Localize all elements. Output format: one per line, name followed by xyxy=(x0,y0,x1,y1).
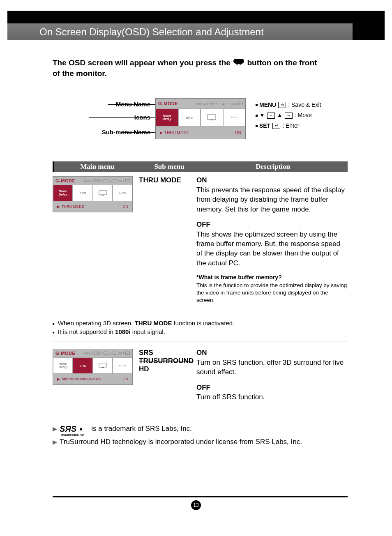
triangle-icon: ▶ xyxy=(53,439,57,445)
col-main-srs: G-MODE MENU⟲▼–▲+SET↵ None Delay SRS AUTO… xyxy=(53,348,139,407)
osd-submenu-row: ▶ THRU MODE ON xyxy=(156,127,245,139)
osd-header: G-MODE MENU⟲ ▼– ▲+ SET↵ xyxy=(156,99,245,108)
osd-submenu-name: THRU MODE xyxy=(164,131,189,135)
thru-on-heading: ON xyxy=(196,176,207,184)
col-sub-srs: SRS TRUSURROUND HD xyxy=(139,348,196,407)
srs-off-h: OFF xyxy=(196,384,210,391)
osd-icon-nonedelay: None Delay xyxy=(156,108,178,127)
notes-list: When operating 3D screen, THRU MODE func… xyxy=(53,320,348,335)
thru-on-body: This prevents the response speed of the … xyxy=(196,186,345,213)
page-number: 13 xyxy=(191,500,201,510)
n1c: function is inactivated. xyxy=(172,320,234,327)
legend-set: SET ↵ : Enter xyxy=(256,121,321,131)
osd-diagram: Menu Name Icons Sub-menu Name G-MODE MEN… xyxy=(53,98,348,139)
srs-lbl3: HD xyxy=(139,365,149,373)
col-main-thru: G-MODE MENU⟲▼–▲+SET↵ None Delay SRS AUTO… xyxy=(53,175,139,310)
srs-icon-nonedelay: None Delay xyxy=(53,357,73,374)
content-area: The OSD screen will appear when you pres… xyxy=(53,58,348,450)
osd-icon-display xyxy=(201,108,223,127)
srs-icon4: AUTO xyxy=(119,364,126,367)
legend-menu: MENU ⟲ : Save & Exit xyxy=(256,100,321,110)
srs-logo-main: SЯS xyxy=(60,424,76,433)
legend: MENU ⟲ : Save & Exit ▼ ← ▲ → : Move SET … xyxy=(256,100,321,131)
mini-gmode: G-MODE xyxy=(55,178,75,183)
legend-move: ▼ ← ▲ → : Move xyxy=(256,110,321,120)
mini-icon4: AUTO xyxy=(119,192,126,194)
svg-rect-0 xyxy=(208,115,216,120)
srs-icon-auto: AUTO xyxy=(113,357,132,374)
label-icons: Icons xyxy=(68,114,150,121)
thru-note-body: This is the function to provide the opti… xyxy=(196,282,347,303)
thru-off-body: This shows the optimized screen by using… xyxy=(196,230,340,267)
n2c: input signal. xyxy=(131,328,165,335)
osd-set-txt: SET xyxy=(231,102,238,106)
row-thru-mode: G-MODE MENU⟲▼–▲+SET↵ None Delay SRS AUTO… xyxy=(53,175,348,310)
osd-icon-auto: AUTO xyxy=(223,108,246,127)
n1b: THRU MODE xyxy=(135,320,172,327)
osd-icon1-txt: None Delay xyxy=(163,114,171,121)
mini-ctrl: MENU⟲▼–▲+SET↵ xyxy=(83,179,130,183)
n2b: 1080i xyxy=(115,328,131,335)
srs-lbl1: SRS xyxy=(139,349,153,357)
note-2: It is not supported in 1080i input signa… xyxy=(53,328,348,335)
row-srs: G-MODE MENU⟲▼–▲+SET↵ None Delay SRS AUTO… xyxy=(53,348,348,407)
srs-icon1: None Delay xyxy=(58,362,67,369)
mini-sub-val: ON xyxy=(123,205,129,209)
footnotes: ▶ SЯS TruSurround HD is a trademark of S… xyxy=(53,424,348,446)
mini-icon1: None Delay xyxy=(58,190,67,196)
mini-menu: MENU xyxy=(83,179,93,183)
osd-gmode-label: G-MODE xyxy=(158,101,178,106)
srs-menu: MENU xyxy=(83,352,93,355)
triangle-icon: ▶ xyxy=(57,205,60,209)
intro-part2: button on the front xyxy=(247,58,317,67)
legend-menu-desc: : Save & Exit xyxy=(288,100,321,110)
page-title: On Screen Display(OSD) Selection and Adj… xyxy=(39,26,264,38)
legend-menu-lbl: MENU xyxy=(259,100,276,110)
footnote-2: ▶ TruSurround HD technology is incorpora… xyxy=(53,438,348,446)
triangle-icon: ▶ xyxy=(53,426,57,432)
right-key-icon: → xyxy=(285,113,293,119)
bullet-icon xyxy=(256,125,258,127)
label-submenu-name: Sub-menu Name xyxy=(68,129,150,136)
srs-off-body: Turn off SRS function. xyxy=(196,393,265,401)
divider xyxy=(53,341,348,341)
bottom-rule xyxy=(53,496,348,497)
osd-header-controls: MENU⟲ ▼– ▲+ SET↵ xyxy=(196,102,243,106)
svg-rect-4 xyxy=(99,363,106,367)
mini-osd-srs: G-MODE MENU⟲▼–▲+SET↵ None Delay SRS AUTO… xyxy=(53,349,133,385)
legend-move-desc: : Move xyxy=(295,110,312,120)
srs-lbl2: TRUSURROUND xyxy=(139,357,194,365)
srs-icon-display xyxy=(93,357,113,374)
bullet-icon xyxy=(256,104,258,106)
n2a: It is not supported in xyxy=(58,328,115,335)
svg-rect-3 xyxy=(101,195,104,196)
th-desc: Description xyxy=(198,163,348,171)
col-desc-thru: ONThis prevents the response speed of th… xyxy=(196,175,348,310)
note-1: When operating 3D screen, THRU MODE func… xyxy=(53,320,348,327)
return-key-icon: ⟲ xyxy=(278,102,286,108)
osd-icon4-txt: AUTO xyxy=(231,116,238,119)
srs-gmode: G-MODE xyxy=(55,351,75,356)
triangle-icon: ▶ xyxy=(160,131,163,135)
svg-rect-5 xyxy=(101,367,104,368)
osd-submenu-value: ON xyxy=(235,131,241,135)
thru-off-heading: OFF xyxy=(196,221,210,228)
osd-menu-txt: MENU xyxy=(196,102,206,106)
srs-on-h: ON xyxy=(196,349,207,357)
mini-icon2: SRS xyxy=(79,191,86,195)
triangle-icon: ▶ xyxy=(57,377,60,381)
footnote-1: ▶ SЯS TruSurround HD is a trademark of S… xyxy=(53,424,348,434)
th-main: Main menu xyxy=(54,163,141,171)
legend-set-desc: : Enter xyxy=(282,121,299,131)
mini-icon-auto: AUTO xyxy=(113,185,132,201)
srs-sub-name: SRS TRUSURROUND HD xyxy=(62,377,101,381)
srs-sub-val: ON xyxy=(123,377,129,381)
mini-icon-display xyxy=(93,185,113,201)
mini-sub-name: THRU MODE xyxy=(62,205,84,209)
label-menu-name: Menu Name xyxy=(68,101,150,108)
col-desc-srs: ONTurn on SRS function, offer 3D surroun… xyxy=(196,348,348,407)
up-arrow-icon: ▲ xyxy=(277,110,283,120)
osd-icon2-txt: SRS xyxy=(186,116,193,120)
thru-note-heading: *What is frame buffer memory? xyxy=(196,274,282,281)
srs-ctrl: MENU⟲▼–▲+SET↵ xyxy=(83,352,130,355)
